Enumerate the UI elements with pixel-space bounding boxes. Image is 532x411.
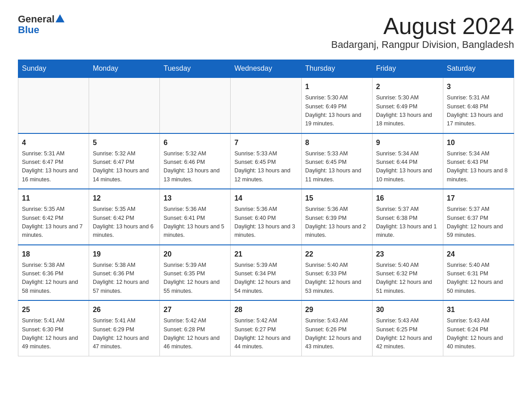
calendar-day-cell: 4Sunrise: 5:31 AMSunset: 6:47 PMDaylight… — [18, 133, 89, 189]
day-info: Sunrise: 5:30 AMSunset: 6:49 PMDaylight:… — [376, 94, 439, 128]
calendar-day-cell — [160, 77, 231, 133]
calendar-day-cell: 5Sunrise: 5:32 AMSunset: 6:47 PMDaylight… — [89, 133, 160, 189]
logo-general-text: General — [18, 13, 55, 25]
day-info: Sunrise: 5:36 AMSunset: 6:41 PMDaylight:… — [163, 205, 227, 240]
logo: General Blue — [18, 13, 64, 35]
calendar-header-monday: Monday — [89, 60, 160, 78]
location-title: Badarganj, Rangpur Division, Bangladesh — [331, 39, 514, 51]
day-info: Sunrise: 5:31 AMSunset: 6:48 PMDaylight:… — [447, 94, 510, 128]
month-title: August 2024 — [331, 13, 514, 39]
day-info: Sunrise: 5:30 AMSunset: 6:49 PMDaylight:… — [305, 94, 369, 128]
logo-line1: General — [18, 13, 64, 25]
day-info: Sunrise: 5:40 AMSunset: 6:32 PMDaylight:… — [376, 261, 439, 296]
day-info: Sunrise: 5:40 AMSunset: 6:33 PMDaylight:… — [305, 261, 369, 296]
day-number: 18 — [22, 249, 85, 260]
day-info: Sunrise: 5:33 AMSunset: 6:45 PMDaylight:… — [305, 150, 369, 184]
day-number: 12 — [93, 193, 156, 204]
day-info: Sunrise: 5:32 AMSunset: 6:47 PMDaylight:… — [93, 150, 156, 184]
day-number: 14 — [234, 193, 297, 204]
day-info: Sunrise: 5:33 AMSunset: 6:45 PMDaylight:… — [234, 150, 297, 184]
calendar-day-cell: 10Sunrise: 5:34 AMSunset: 6:43 PMDayligh… — [443, 133, 514, 189]
calendar-day-cell: 27Sunrise: 5:42 AMSunset: 6:28 PMDayligh… — [160, 300, 231, 356]
day-info: Sunrise: 5:41 AMSunset: 6:29 PMDaylight:… — [93, 317, 156, 351]
calendar-day-cell: 24Sunrise: 5:40 AMSunset: 6:31 PMDayligh… — [443, 245, 514, 301]
calendar-day-cell: 8Sunrise: 5:33 AMSunset: 6:45 PMDaylight… — [301, 133, 372, 189]
day-number: 30 — [376, 304, 439, 315]
calendar-day-cell: 26Sunrise: 5:41 AMSunset: 6:29 PMDayligh… — [89, 300, 160, 356]
calendar-day-cell: 7Sunrise: 5:33 AMSunset: 6:45 PMDaylight… — [231, 133, 301, 189]
day-number: 13 — [163, 193, 227, 204]
calendar-week-row: 25Sunrise: 5:41 AMSunset: 6:30 PMDayligh… — [18, 300, 514, 356]
calendar-day-cell: 14Sunrise: 5:36 AMSunset: 6:40 PMDayligh… — [231, 189, 301, 245]
calendar-day-cell: 11Sunrise: 5:35 AMSunset: 6:42 PMDayligh… — [18, 189, 89, 245]
day-info: Sunrise: 5:43 AMSunset: 6:25 PMDaylight:… — [376, 317, 439, 351]
calendar-day-cell: 30Sunrise: 5:43 AMSunset: 6:25 PMDayligh… — [372, 300, 443, 356]
day-number: 5 — [93, 137, 156, 148]
day-info: Sunrise: 5:35 AMSunset: 6:42 PMDaylight:… — [22, 205, 85, 240]
day-number: 8 — [305, 137, 369, 148]
day-info: Sunrise: 5:31 AMSunset: 6:47 PMDaylight:… — [22, 150, 85, 184]
day-info: Sunrise: 5:37 AMSunset: 6:38 PMDaylight:… — [376, 205, 439, 240]
day-number: 3 — [447, 81, 510, 92]
calendar-header-tuesday: Tuesday — [160, 60, 231, 78]
day-info: Sunrise: 5:43 AMSunset: 6:24 PMDaylight:… — [447, 317, 510, 351]
day-number: 25 — [22, 304, 85, 315]
day-number: 10 — [447, 137, 510, 148]
day-info: Sunrise: 5:43 AMSunset: 6:26 PMDaylight:… — [305, 317, 369, 351]
calendar-day-cell — [18, 77, 89, 133]
calendar-day-cell: 9Sunrise: 5:34 AMSunset: 6:44 PMDaylight… — [372, 133, 443, 189]
calendar-day-cell: 17Sunrise: 5:37 AMSunset: 6:37 PMDayligh… — [443, 189, 514, 245]
day-info: Sunrise: 5:36 AMSunset: 6:40 PMDaylight:… — [234, 205, 297, 240]
day-info: Sunrise: 5:39 AMSunset: 6:34 PMDaylight:… — [234, 261, 297, 296]
calendar-day-cell: 29Sunrise: 5:43 AMSunset: 6:26 PMDayligh… — [301, 300, 372, 356]
calendar-day-cell: 28Sunrise: 5:42 AMSunset: 6:27 PMDayligh… — [231, 300, 301, 356]
calendar-week-row: 11Sunrise: 5:35 AMSunset: 6:42 PMDayligh… — [18, 189, 514, 245]
calendar-week-row: 4Sunrise: 5:31 AMSunset: 6:47 PMDaylight… — [18, 133, 514, 189]
day-info: Sunrise: 5:38 AMSunset: 6:36 PMDaylight:… — [93, 261, 156, 296]
day-info: Sunrise: 5:42 AMSunset: 6:28 PMDaylight:… — [163, 317, 227, 351]
calendar-day-cell: 22Sunrise: 5:40 AMSunset: 6:33 PMDayligh… — [301, 245, 372, 301]
calendar-day-cell: 23Sunrise: 5:40 AMSunset: 6:32 PMDayligh… — [372, 245, 443, 301]
calendar-day-cell: 31Sunrise: 5:43 AMSunset: 6:24 PMDayligh… — [443, 300, 514, 356]
calendar-table: SundayMondayTuesdayWednesdayThursdayFrid… — [18, 60, 514, 356]
calendar-header-friday: Friday — [372, 60, 443, 78]
logo-triangle-icon — [56, 14, 64, 22]
day-info: Sunrise: 5:35 AMSunset: 6:42 PMDaylight:… — [93, 205, 156, 240]
day-info: Sunrise: 5:38 AMSunset: 6:36 PMDaylight:… — [22, 261, 85, 296]
calendar-header-wednesday: Wednesday — [231, 60, 301, 78]
day-number: 19 — [93, 249, 156, 260]
calendar-header-thursday: Thursday — [301, 60, 372, 78]
calendar-day-cell: 12Sunrise: 5:35 AMSunset: 6:42 PMDayligh… — [89, 189, 160, 245]
day-number: 9 — [376, 137, 439, 148]
calendar-day-cell: 21Sunrise: 5:39 AMSunset: 6:34 PMDayligh… — [231, 245, 301, 301]
calendar-day-cell: 20Sunrise: 5:39 AMSunset: 6:35 PMDayligh… — [160, 245, 231, 301]
calendar-header-row: SundayMondayTuesdayWednesdayThursdayFrid… — [18, 60, 514, 78]
day-number: 28 — [234, 304, 297, 315]
day-number: 4 — [22, 137, 85, 148]
day-number: 26 — [93, 304, 156, 315]
calendar-day-cell — [89, 77, 160, 133]
day-number: 29 — [305, 304, 369, 315]
calendar-day-cell: 16Sunrise: 5:37 AMSunset: 6:38 PMDayligh… — [372, 189, 443, 245]
calendar-day-cell: 1Sunrise: 5:30 AMSunset: 6:49 PMDaylight… — [301, 77, 372, 133]
title-group: August 2024 Badarganj, Rangpur Division,… — [331, 13, 514, 51]
calendar-day-cell: 3Sunrise: 5:31 AMSunset: 6:48 PMDaylight… — [443, 77, 514, 133]
logo-text: General Blue — [18, 13, 64, 35]
calendar-week-row: 18Sunrise: 5:38 AMSunset: 6:36 PMDayligh… — [18, 245, 514, 301]
day-info: Sunrise: 5:41 AMSunset: 6:30 PMDaylight:… — [22, 317, 85, 351]
calendar-day-cell — [231, 77, 301, 133]
calendar-day-cell: 15Sunrise: 5:36 AMSunset: 6:39 PMDayligh… — [301, 189, 372, 245]
day-number: 11 — [22, 193, 85, 204]
page-header: General Blue August 2024 Badarganj, Rang… — [18, 13, 514, 51]
day-info: Sunrise: 5:32 AMSunset: 6:46 PMDaylight:… — [163, 150, 227, 184]
day-number: 24 — [447, 249, 510, 260]
day-number: 27 — [163, 304, 227, 315]
day-number: 23 — [376, 249, 439, 260]
day-number: 22 — [305, 249, 369, 260]
calendar-day-cell: 2Sunrise: 5:30 AMSunset: 6:49 PMDaylight… — [372, 77, 443, 133]
calendar-day-cell: 13Sunrise: 5:36 AMSunset: 6:41 PMDayligh… — [160, 189, 231, 245]
day-number: 7 — [234, 137, 297, 148]
day-info: Sunrise: 5:36 AMSunset: 6:39 PMDaylight:… — [305, 205, 369, 240]
day-number: 1 — [305, 81, 369, 92]
day-number: 16 — [376, 193, 439, 204]
